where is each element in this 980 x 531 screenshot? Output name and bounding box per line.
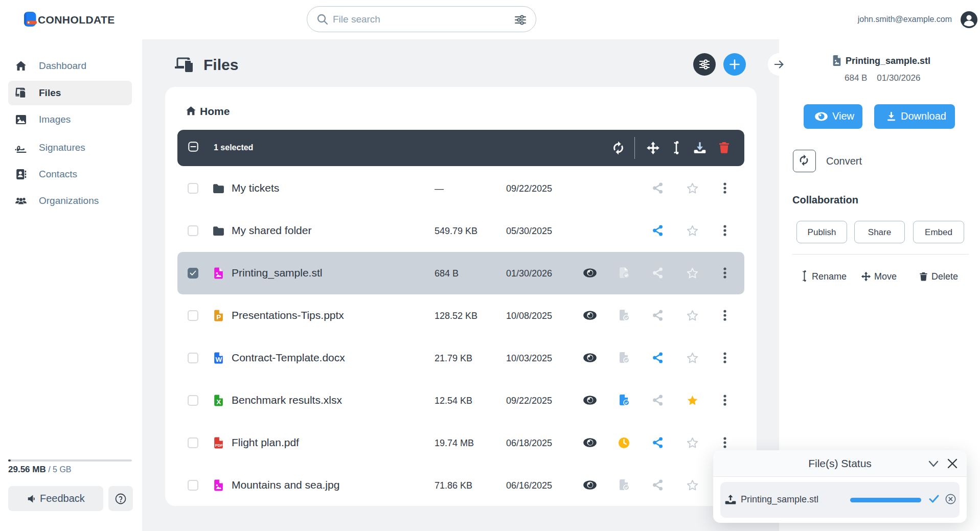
svg-text:PDF: PDF	[215, 443, 223, 448]
svg-text:W: W	[215, 356, 222, 363]
svg-text:X: X	[216, 398, 221, 406]
svg-text:P: P	[216, 313, 221, 321]
